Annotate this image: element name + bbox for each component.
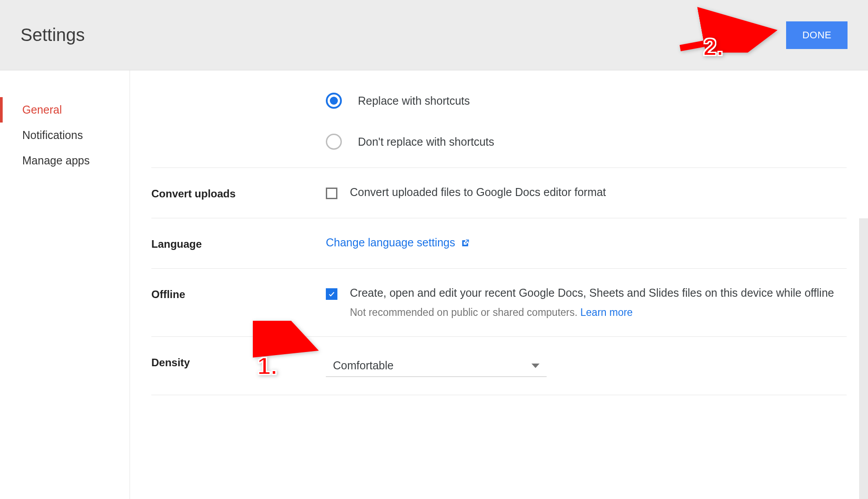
settings-header: Settings DONE bbox=[0, 0, 868, 70]
density-select[interactable]: Comfortable bbox=[326, 355, 547, 377]
change-language-link[interactable]: Change language settings bbox=[326, 236, 470, 249]
section-shortcuts: Replace with shortcuts Don't replace wit… bbox=[151, 93, 847, 168]
hint-text: Not recommended on public or shared comp… bbox=[350, 307, 580, 318]
section-label: Language bbox=[151, 236, 326, 250]
checkbox-unchecked-icon bbox=[326, 188, 337, 199]
checkbox-label: Create, open and edit your recent Google… bbox=[350, 286, 834, 299]
learn-more-link[interactable]: Learn more bbox=[580, 307, 633, 318]
link-text: Change language settings bbox=[326, 236, 455, 249]
settings-main: Replace with shortcuts Don't replace wit… bbox=[130, 70, 868, 499]
checkbox-label: Convert uploaded files to Google Docs ed… bbox=[350, 186, 606, 199]
radio-label: Replace with shortcuts bbox=[358, 94, 470, 107]
sidebar-item-label: Manage apps bbox=[22, 154, 90, 167]
offline-hint: Not recommended on public or shared comp… bbox=[350, 307, 847, 319]
section-convert-uploads: Convert uploads Convert uploaded files t… bbox=[151, 168, 847, 218]
section-offline: Offline Create, open and edit your recen… bbox=[151, 269, 847, 337]
radio-selected-icon bbox=[326, 93, 342, 109]
settings-sidebar: General Notifications Manage apps bbox=[0, 70, 130, 499]
radio-replace-shortcuts[interactable]: Replace with shortcuts bbox=[326, 93, 847, 109]
check-icon bbox=[328, 290, 335, 298]
caret-down-icon bbox=[531, 364, 539, 368]
page-title: Settings bbox=[20, 25, 85, 45]
sidebar-item-label: General bbox=[22, 103, 62, 116]
radio-label: Don't replace with shortcuts bbox=[358, 135, 494, 148]
section-label: Density bbox=[151, 355, 326, 377]
external-link-icon bbox=[461, 239, 470, 248]
section-density: Density Comfortable bbox=[151, 337, 847, 395]
sidebar-item-label: Notifications bbox=[22, 129, 83, 141]
radio-unselected-icon bbox=[326, 134, 342, 150]
sidebar-item-general[interactable]: General bbox=[0, 97, 130, 123]
done-button[interactable]: DONE bbox=[786, 21, 848, 49]
checkbox-convert-uploads[interactable]: Convert uploaded files to Google Docs ed… bbox=[326, 186, 847, 199]
sidebar-item-notifications[interactable]: Notifications bbox=[0, 123, 130, 148]
radio-dont-replace-shortcuts[interactable]: Don't replace with shortcuts bbox=[326, 134, 847, 150]
checkbox-checked-icon bbox=[326, 288, 337, 300]
section-label: Offline bbox=[151, 286, 326, 319]
density-selected-value: Comfortable bbox=[333, 359, 393, 372]
checkbox-offline[interactable]: Create, open and edit your recent Google… bbox=[326, 286, 847, 319]
section-language: Language Change language settings bbox=[151, 218, 847, 269]
sidebar-item-manage-apps[interactable]: Manage apps bbox=[0, 148, 130, 173]
section-label: Convert uploads bbox=[151, 186, 326, 200]
scrollbar[interactable] bbox=[859, 218, 868, 499]
